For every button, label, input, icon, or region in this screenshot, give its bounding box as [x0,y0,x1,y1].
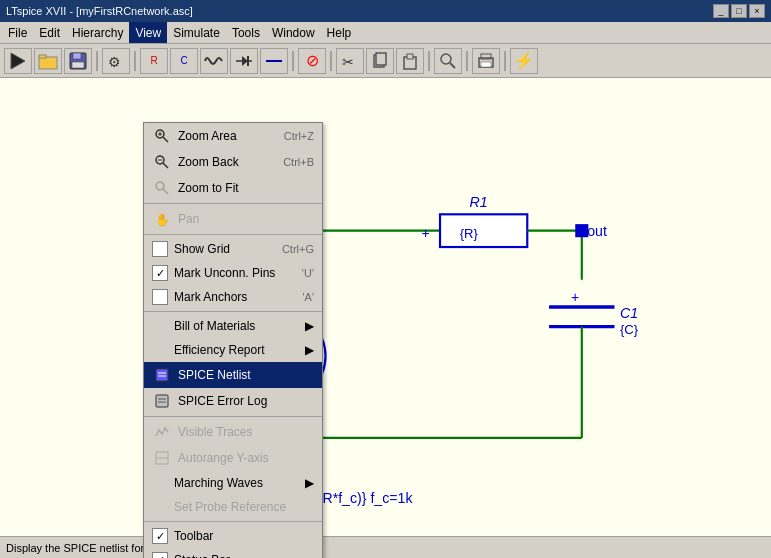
show-grid-shortcut: Ctrl+G [282,243,314,255]
autorange-label: Autorange Y-axis [178,451,314,465]
toolbar-label: Toolbar [174,529,314,543]
menu-window[interactable]: Window [266,22,321,43]
pan-label: Pan [178,212,314,226]
svg-rect-4 [73,53,81,59]
search-button[interactable] [434,48,462,74]
component-button[interactable]: ⚙ [102,48,130,74]
menu-marching-waves[interactable]: Marching Waves ▶ [144,471,322,495]
capacitor-tool[interactable]: C [170,48,198,74]
minimize-button[interactable]: _ [713,4,729,18]
maximize-button[interactable]: □ [731,4,747,18]
cut-button[interactable]: ✂ [336,48,364,74]
svg-line-16 [450,63,455,68]
menu-show-grid[interactable]: Show Grid Ctrl+G [144,237,322,261]
menu-zoom-fit[interactable]: Zoom to Fit [144,175,322,201]
visible-traces-label: Visible Traces [178,425,314,439]
menu-autorange[interactable]: Autorange Y-axis [144,445,322,471]
menu-spice-error[interactable]: SPICE Error Log [144,388,322,414]
separator-3 [144,311,322,312]
zoom-area-btn[interactable]: ⊘ [298,48,326,74]
set-probe-label: Set Probe Reference [174,500,314,514]
svg-rect-5 [72,62,84,68]
toolbar-separator-5 [428,51,430,71]
toolbar-separator-1 [96,51,98,71]
svg-rect-1 [39,57,57,69]
inductor-tool[interactable] [200,48,228,74]
menu-hierarchy[interactable]: Hierarchy [66,22,129,43]
copy-button[interactable] [366,48,394,74]
mark-unconn-shortcut: 'U' [302,267,314,279]
svg-line-52 [163,137,168,142]
open-button[interactable] [34,48,62,74]
menu-toolbar[interactable]: Toolbar [144,524,322,548]
window-controls: _ □ × [713,4,765,18]
bill-materials-arrow: ▶ [305,319,314,333]
svg-rect-19 [481,62,491,67]
menu-visible-traces[interactable]: Visible Traces [144,419,322,445]
resistor-tool[interactable]: R [140,48,168,74]
menu-efficiency[interactable]: Efficiency Report ▶ [144,338,322,362]
svg-point-15 [441,54,451,64]
zoom-area-label: Zoom Area [178,129,264,143]
menu-bar: File Edit Hierarchy View Simulate Tools … [0,22,771,44]
spice-error-icon [152,391,172,411]
marching-waves-label: Marching Waves [174,476,305,490]
menu-view[interactable]: View [129,22,167,43]
title-bar: LTspice XVII - [myFirstRCnetwork.asc] _ … [0,0,771,22]
separator-4 [144,416,322,417]
pan-icon: ✋ [152,209,172,229]
svg-text:✂: ✂ [342,54,354,70]
efficiency-label: Efficiency Report [174,343,305,357]
menu-pan[interactable]: ✋ Pan [144,206,322,232]
autorange-icon [152,448,172,468]
menu-zoom-area[interactable]: Zoom Area Ctrl+Z [144,123,322,149]
diode-tool[interactable] [230,48,258,74]
menu-help[interactable]: Help [321,22,358,43]
svg-rect-61 [156,369,168,381]
menu-simulate[interactable]: Simulate [167,22,226,43]
mark-anchors-label: Mark Anchors [174,290,282,304]
menu-edit[interactable]: Edit [33,22,66,43]
svg-rect-2 [39,55,46,58]
svg-rect-14 [407,54,413,59]
menu-status-bar[interactable]: Status Bar [144,548,322,558]
status-bar-label: Status Bar [174,553,314,558]
menu-bill-materials[interactable]: Bill of Materials ▶ [144,314,322,338]
status-bar: Display the SPICE netlist for this schem… [0,536,771,558]
menu-file[interactable]: File [2,22,33,43]
svg-line-59 [163,189,168,194]
run-button[interactable] [4,48,32,74]
main-content: + - V1 value=1 dc=0 dcvar=0 noise=0 R1 +… [0,78,771,536]
spice-netlist-label: SPICE Netlist [178,368,314,382]
save-button[interactable] [64,48,92,74]
window-title: LTspice XVII - [myFirstRCnetwork.asc] [6,5,193,17]
marching-waves-arrow: ▶ [305,476,314,490]
probe-button[interactable]: ⚡ [510,48,538,74]
menu-spice-netlist[interactable]: SPICE Netlist [144,362,322,388]
zoom-back-shortcut: Ctrl+B [283,156,314,168]
dropdown-overlay: Zoom Area Ctrl+Z Zoom Back Ctrl+B [0,78,771,536]
view-dropdown-menu: Zoom Area Ctrl+Z Zoom Back Ctrl+B [143,122,323,558]
svg-rect-64 [156,395,168,407]
separator-2 [144,234,322,235]
svg-rect-12 [376,53,386,65]
zoom-fit-label: Zoom to Fit [178,181,314,195]
paste-button[interactable] [396,48,424,74]
close-button[interactable]: × [749,4,765,18]
menu-mark-unconn[interactable]: Mark Unconn. Pins 'U' [144,261,322,285]
menu-set-probe[interactable]: Set Probe Reference [144,495,322,519]
menu-zoom-back[interactable]: Zoom Back Ctrl+B [144,149,322,175]
spice-error-label: SPICE Error Log [178,394,314,408]
toolbar-check [152,528,168,544]
zoom-back-icon [152,152,172,172]
print-button[interactable] [472,48,500,74]
bill-materials-label: Bill of Materials [174,319,305,333]
efficiency-arrow: ▶ [305,343,314,357]
wire-tool[interactable] [260,48,288,74]
separator-5 [144,521,322,522]
mark-unconn-check [152,265,168,281]
visible-traces-icon [152,422,172,442]
svg-line-56 [163,163,168,168]
menu-mark-anchors[interactable]: Mark Anchors 'A' [144,285,322,309]
menu-tools[interactable]: Tools [226,22,266,43]
